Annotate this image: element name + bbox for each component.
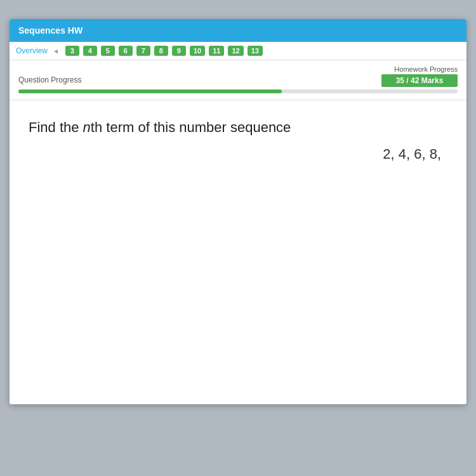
question-progress-bar-fill [18, 89, 282, 93]
nav-num-10[interactable]: 10 [190, 46, 205, 56]
app-title: Sequences HW [18, 25, 83, 36]
nth-term-italic: n [83, 119, 91, 135]
overview-link[interactable]: Overview [16, 46, 48, 55]
top-bar: Sequences HW [10, 19, 466, 42]
screen: Sequences HW Overview ◄ 3 4 5 6 7 8 9 10… [10, 19, 466, 404]
nav-num-5[interactable]: 5 [101, 46, 115, 56]
nav-num-3[interactable]: 3 [65, 46, 79, 56]
homework-progress-block: Homework Progress 35 / 42 Marks [381, 65, 458, 87]
question-progress-bar-row [10, 87, 466, 100]
nav-num-7[interactable]: 7 [136, 46, 150, 56]
question-text: Find the nth term of this number sequenc… [29, 119, 447, 136]
nav-num-11[interactable]: 11 [209, 46, 224, 56]
homework-progress-title: Homework Progress [381, 65, 458, 73]
question-text-after: th term of this number sequence [91, 119, 291, 135]
nav-num-9[interactable]: 9 [172, 46, 186, 56]
progress-section: Question Progress Homework Progress 35 /… [10, 60, 466, 87]
homework-progress-bar: 35 / 42 Marks [381, 74, 458, 87]
nav-num-12[interactable]: 12 [228, 46, 243, 56]
question-progress-label: Question Progress [18, 76, 81, 87]
nav-num-6[interactable]: 6 [119, 46, 133, 56]
main-content: Find the nth term of this number sequenc… [10, 100, 466, 404]
nav-num-4[interactable]: 4 [83, 46, 97, 56]
nav-num-13[interactable]: 13 [248, 46, 263, 56]
nav-dot: ◄ [53, 48, 59, 55]
sequence-numbers: 2, 4, 6, 8, [29, 146, 447, 162]
question-text-before: Find the [29, 119, 83, 135]
nav-bar: Overview ◄ 3 4 5 6 7 8 9 10 11 12 13 [10, 42, 466, 60]
homework-marks: 35 / 42 Marks [396, 76, 444, 85]
nav-num-8[interactable]: 8 [154, 46, 168, 56]
question-progress-bar-bg [18, 89, 458, 93]
